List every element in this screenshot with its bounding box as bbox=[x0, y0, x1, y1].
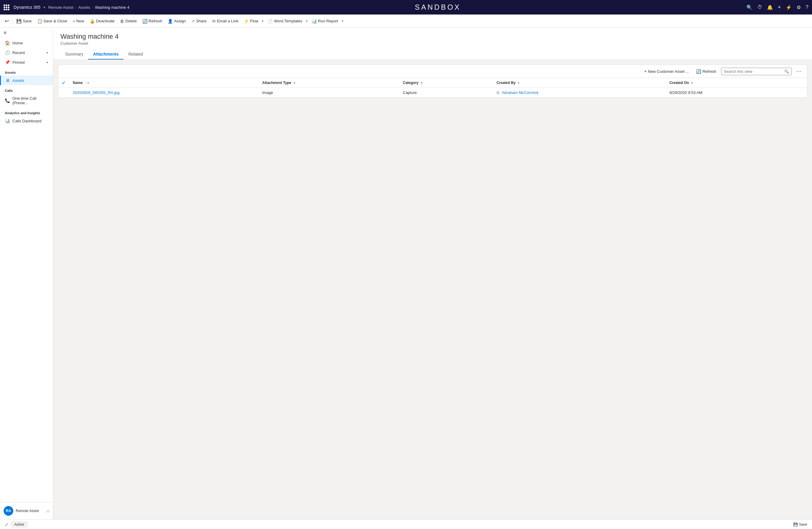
new-item-icon[interactable]: + bbox=[778, 4, 781, 11]
email-icon: ✉ bbox=[212, 19, 216, 24]
new-button[interactable]: + New bbox=[70, 17, 86, 25]
nav-icons: 🔍 ⏱ 🔔 + ⚡ ⚙ ? bbox=[746, 4, 808, 11]
main-layout: ≡ 🏠 Home 🕐 Recent ▾ 📌 Pinned ▾ Assets 🖥 … bbox=[0, 28, 812, 519]
run-report-chevron-button[interactable]: ▾ bbox=[340, 18, 344, 24]
subgrid-more-icon[interactable]: ⋯ bbox=[794, 67, 803, 75]
sidebar-item-home[interactable]: 🏠 Home bbox=[0, 38, 53, 48]
tab-summary[interactable]: Summary bbox=[60, 49, 88, 59]
status-bar: ⤢ Active 💾 Save bbox=[0, 519, 812, 529]
tab-related[interactable]: Related bbox=[124, 49, 148, 59]
settings-gear-icon[interactable]: ⚙ bbox=[797, 4, 801, 10]
flow-icon: ⚡ bbox=[244, 19, 249, 24]
run-report-button[interactable]: 📊 Run Report bbox=[309, 17, 340, 25]
notification-icon[interactable]: 🔔 bbox=[767, 4, 773, 10]
save-button[interactable]: 💾 Save bbox=[14, 17, 34, 25]
sidebar-item-recent[interactable]: 🕐 Recent ▾ bbox=[0, 48, 53, 57]
breadcrumb-current: Washing machine 4 bbox=[95, 5, 130, 10]
delete-button[interactable]: 🗑 Delete bbox=[117, 17, 139, 25]
flow-button[interactable]: ⚡ Flow bbox=[241, 17, 261, 25]
created-on-sort-icon: ▾ bbox=[691, 81, 693, 85]
record-header: Washing machine 4 Customer Asset Summary… bbox=[53, 28, 812, 60]
subgrid-refresh-button[interactable]: 🔄 Refresh bbox=[694, 68, 719, 75]
sidebar-item-pinned[interactable]: 📌 Pinned ▾ bbox=[0, 57, 53, 67]
sidebar-bottom[interactable]: RA Remote Assist ◇ bbox=[0, 502, 53, 519]
sidebar-app-label: Remote Assist bbox=[16, 509, 39, 513]
col-name[interactable]: Name ↑ ▾ bbox=[69, 78, 259, 88]
table-header-row: ✓ Name ↑ ▾ Attachment Type ▾ Category bbox=[58, 78, 807, 88]
email-link-button[interactable]: ✉ Email a Link bbox=[209, 17, 241, 25]
brand-name[interactable]: Dynamics 365 bbox=[14, 5, 41, 10]
history-back-button[interactable]: ↩ bbox=[2, 17, 11, 25]
save-icon: 💾 bbox=[16, 19, 21, 24]
sidebar-item-one-time-call[interactable]: 📞 One-time Call (Previe... bbox=[0, 94, 53, 108]
help-icon[interactable]: ? bbox=[806, 4, 808, 10]
attachments-table: ✓ Name ↑ ▾ Attachment Type ▾ Category bbox=[58, 78, 807, 98]
col-created-by[interactable]: Created By ▾ bbox=[493, 78, 666, 88]
row-check bbox=[58, 88, 69, 98]
breadcrumb-sep-1: › bbox=[75, 5, 76, 10]
created-by-user-icon: ⊙ bbox=[496, 90, 499, 95]
row-created-by: ⊙ Abraham McCormick bbox=[493, 88, 666, 98]
run-report-icon: 📊 bbox=[312, 19, 317, 24]
deactivate-button[interactable]: 🔒 Deactivate bbox=[87, 17, 117, 25]
share-button[interactable]: ↗ Share bbox=[189, 17, 209, 25]
sidebar-hamburger[interactable]: ≡ bbox=[0, 28, 53, 38]
status-save[interactable]: 💾 Save bbox=[793, 523, 807, 527]
created-by-link[interactable]: Abraham McCormick bbox=[502, 90, 538, 95]
expand-icon[interactable]: ⤢ bbox=[5, 522, 9, 527]
row-category: Capture bbox=[400, 88, 493, 98]
attachment-type-sort-icon: ▾ bbox=[294, 81, 295, 85]
advanced-find-icon[interactable]: ⚡ bbox=[786, 4, 792, 10]
new-customer-asset-icon: + bbox=[644, 69, 647, 74]
brand-chevron[interactable]: ▾ bbox=[44, 5, 45, 9]
word-templates-btn-group: 📄 Word Templates ▾ bbox=[265, 17, 308, 25]
status-save-icon: 💾 bbox=[793, 523, 798, 527]
sidebar-item-assets[interactable]: 🖥 Assets bbox=[0, 75, 53, 85]
breadcrumb-assets[interactable]: Assets bbox=[78, 5, 90, 10]
breadcrumb-remote-assist[interactable]: Remote Assist bbox=[48, 5, 73, 10]
word-templates-icon: 📄 bbox=[267, 19, 273, 24]
section-header-analytics: Analytics and Insights bbox=[0, 108, 53, 116]
category-sort-icon: ▾ bbox=[421, 81, 422, 85]
new-customer-asset-button[interactable]: + New Customer Asset ... bbox=[642, 68, 691, 75]
section-header-calls: Calls bbox=[0, 85, 53, 94]
avatar: RA bbox=[4, 506, 13, 516]
refresh-button[interactable]: 🔄 Refresh bbox=[140, 17, 165, 25]
attachment-link[interactable]: 20200929_095355_RA.jpg bbox=[73, 90, 120, 95]
share-icon: ↗ bbox=[191, 19, 195, 24]
word-templates-chevron-button[interactable]: ▾ bbox=[305, 18, 309, 24]
save-close-button[interactable]: 📋 Save & Close bbox=[35, 17, 70, 25]
flow-chevron-button[interactable]: ▾ bbox=[261, 18, 265, 24]
record-title: Washing machine 4 bbox=[60, 33, 805, 41]
sidebar: ≡ 🏠 Home 🕐 Recent ▾ 📌 Pinned ▾ Assets 🖥 … bbox=[0, 28, 53, 519]
record-subtitle: Customer Asset bbox=[60, 41, 805, 46]
subgrid-refresh-icon: 🔄 bbox=[696, 69, 701, 74]
row-name: 20200929_095355_RA.jpg bbox=[69, 88, 259, 98]
col-category[interactable]: Category ▾ bbox=[400, 78, 493, 88]
row-created-on: 9/29/2020 9:53 AM bbox=[666, 88, 807, 98]
check-icon: ✓ bbox=[62, 80, 66, 85]
recent-items-icon[interactable]: ⏱ bbox=[757, 4, 762, 10]
table-row: 20200929_095355_RA.jpg Image Capture ⊙ A… bbox=[58, 88, 807, 98]
assets-icon: 🖥 bbox=[6, 78, 10, 83]
top-navigation: Dynamics 365 ▾ Remote Assist › Assets › … bbox=[0, 0, 812, 14]
name-sort-icon: ↑ ▾ bbox=[85, 81, 89, 85]
app-grid-icon[interactable] bbox=[4, 4, 9, 10]
search-nav-icon[interactable]: 🔍 bbox=[746, 4, 753, 10]
sidebar-item-calls-dashboard[interactable]: 📊 Calls Dashboard bbox=[0, 116, 53, 126]
assign-button[interactable]: 👤 Assign bbox=[165, 17, 188, 25]
breadcrumb-sep-2: › bbox=[92, 5, 93, 10]
recent-chevron-icon: ▾ bbox=[46, 51, 48, 54]
tab-attachments[interactable]: Attachments bbox=[88, 49, 124, 59]
search-input[interactable] bbox=[721, 68, 782, 75]
command-toolbar: ↩ 💾 Save 📋 Save & Close + New 🔒 Deactiva… bbox=[0, 14, 812, 28]
one-time-call-icon: 📞 bbox=[5, 98, 10, 103]
row-attachment-type: Image bbox=[259, 88, 400, 98]
col-created-on[interactable]: Created On ▾ bbox=[666, 78, 807, 88]
delete-icon: 🗑 bbox=[120, 19, 124, 24]
assign-icon: 👤 bbox=[168, 19, 173, 24]
refresh-icon: 🔄 bbox=[142, 19, 147, 24]
word-templates-button[interactable]: 📄 Word Templates bbox=[265, 17, 304, 25]
sidebar-bottom-chevron-icon[interactable]: ◇ bbox=[47, 509, 49, 513]
col-attachment-type[interactable]: Attachment Type ▾ bbox=[259, 78, 400, 88]
